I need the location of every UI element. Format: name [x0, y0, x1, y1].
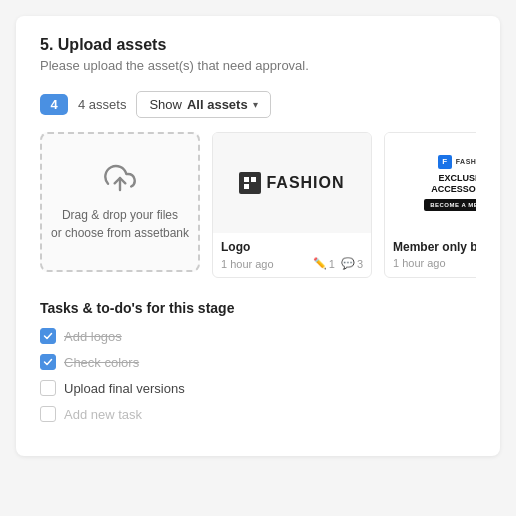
- task-label-0: Add logos: [64, 329, 122, 344]
- asset-thumbnail-banner: F FASHION EXCLUSIVEACCESSORIES BECOME A …: [385, 133, 476, 233]
- fashion-text: FASHION: [266, 174, 344, 192]
- task-checkbox-3[interactable]: [40, 406, 56, 422]
- main-card: 5. Upload assets Please upload the asset…: [16, 16, 500, 456]
- banner-preview: F FASHION EXCLUSIVEACCESSORIES BECOME A …: [385, 133, 476, 233]
- task-label-3: Add new task: [64, 407, 142, 422]
- asset-name-logo: Logo: [221, 240, 363, 254]
- show-assets-button[interactable]: Show All assets ▾: [136, 91, 270, 118]
- asset-time-banner: 1 hour ago: [393, 257, 446, 269]
- asset-meta-banner: Member only banne… 1 hour ago: [385, 233, 476, 276]
- comment-icon: 💬 3: [341, 257, 363, 270]
- task-item-3: Add new task: [40, 406, 476, 422]
- asset-thumbnail-logo: FASHION: [213, 133, 371, 233]
- banner-brand-name: FASHION: [456, 158, 476, 165]
- asset-card-logo[interactable]: FASHION Logo 1 hour ago ✏️ 1 💬 3: [212, 132, 372, 278]
- banner-header: F FASHION: [438, 155, 476, 169]
- asset-time-logo: 1 hour ago: [221, 258, 274, 270]
- task-label-1: Check colors: [64, 355, 139, 370]
- asset-count-badge: 4: [40, 94, 68, 115]
- task-checkbox-2[interactable]: [40, 380, 56, 396]
- asset-meta-logo: Logo 1 hour ago ✏️ 1 💬 3: [213, 233, 371, 277]
- fashion-icon-box: [239, 172, 261, 194]
- chevron-down-icon: ▾: [253, 99, 258, 110]
- task-item-1: Check colors: [40, 354, 476, 370]
- asset-actions-logo: ✏️ 1 💬 3: [313, 257, 363, 270]
- tasks-section: Tasks & to-do's for this stage Add logos…: [40, 300, 476, 422]
- asset-info-row-logo: 1 hour ago ✏️ 1 💬 3: [221, 257, 363, 270]
- task-item-2: Upload final versions: [40, 380, 476, 396]
- upload-dropzone[interactable]: Drag & drop your files or choose from as…: [40, 132, 200, 272]
- task-label-2: Upload final versions: [64, 381, 185, 396]
- fashion-logo: FASHION: [239, 172, 344, 194]
- svg-rect-3: [244, 184, 249, 189]
- page-title: 5. Upload assets: [40, 36, 476, 54]
- all-label: All assets: [187, 97, 248, 112]
- banner-headline: EXCLUSIVEACCESSORIES: [431, 173, 476, 195]
- edit-icon: ✏️ 1: [313, 257, 335, 270]
- asset-bar: 4 4 assets Show All assets ▾: [40, 91, 476, 118]
- tasks-title: Tasks & to-do's for this stage: [40, 300, 476, 316]
- task-checkbox-1[interactable]: [40, 354, 56, 370]
- asset-grid: Drag & drop your files or choose from as…: [40, 132, 476, 278]
- asset-count-label: 4 assets: [78, 97, 126, 112]
- upload-cloud-icon: [104, 162, 136, 198]
- f-logo-icon: F: [438, 155, 452, 169]
- upload-instructions: Drag & drop your files or choose from as…: [51, 206, 189, 242]
- asset-info-row-banner: 1 hour ago: [393, 257, 476, 269]
- asset-card-banner[interactable]: F FASHION EXCLUSIVEACCESSORIES BECOME A …: [384, 132, 476, 278]
- page-subtitle: Please upload the asset(s) that need app…: [40, 58, 476, 73]
- task-checkbox-0[interactable]: [40, 328, 56, 344]
- task-item-0: Add logos: [40, 328, 476, 344]
- svg-rect-1: [244, 177, 249, 182]
- banner-cta-button: BECOME A MEMBER: [424, 199, 476, 211]
- show-label: Show: [149, 97, 182, 112]
- svg-rect-2: [251, 177, 256, 182]
- asset-name-banner: Member only banne…: [393, 240, 476, 254]
